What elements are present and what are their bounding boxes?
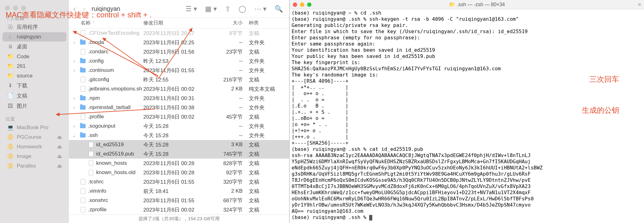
sidebar-item-下载[interactable]: ⬇下载 bbox=[2, 81, 66, 91]
file-name: .CFUserTextEncoding bbox=[88, 30, 139, 36]
file-name: known_hosts bbox=[96, 160, 127, 166]
file-kind: 文稿 bbox=[249, 188, 289, 195]
search-button[interactable]: 🔍 bbox=[273, 5, 285, 13]
minimize-icon[interactable] bbox=[300, 2, 304, 7]
file-date: 昨天 12:53 bbox=[143, 58, 215, 65]
folder-icon bbox=[80, 105, 86, 110]
disclosure-icon[interactable]: › bbox=[69, 59, 79, 63]
status-bar: 选择了2项（共35项），154.23 GB可用 bbox=[69, 214, 289, 223]
col-kind[interactable]: 种类 bbox=[249, 20, 289, 26]
file-date: 2023年11月6日 01:55 bbox=[143, 67, 215, 74]
eject-icon[interactable]: ⏏ bbox=[57, 163, 62, 169]
file-name: .zprofile bbox=[88, 207, 107, 213]
sidebar-loc-Homework[interactable]: 📀Homework⏏ bbox=[2, 142, 66, 151]
file-name: .config bbox=[88, 58, 104, 64]
terminal-window: 📁.ssh — -zsh — 80×34 ≡ (base) ruiqingyan… bbox=[289, 0, 644, 223]
group-button[interactable]: ▦ ▾ bbox=[203, 5, 219, 13]
file-row[interactable]: id_ed25519.pub 今天 15:28 745字节 文稿 bbox=[69, 149, 289, 159]
folder-icon bbox=[80, 133, 86, 138]
eject-icon[interactable]: ⏏ bbox=[57, 134, 62, 140]
desktop-icon: 🖥 bbox=[7, 44, 14, 50]
terminal-titlebar[interactable]: 📁.ssh — -zsh — 80×34 ≡ bbox=[290, 0, 644, 9]
sidebar-item-桌面[interactable]: 🖥桌面 bbox=[2, 42, 66, 52]
file-row[interactable]: › .conda 2023年11月6日 02:25 -- 文件夹 bbox=[69, 38, 289, 47]
file-kind: 文稿 bbox=[249, 113, 289, 120]
file-row[interactable]: › .npminstall_tarball 2023年11月6日 00:38 -… bbox=[69, 103, 289, 112]
file-icon bbox=[89, 151, 93, 157]
disclosure-icon[interactable]: › bbox=[69, 124, 79, 129]
file-row[interactable]: › .sogouinput 今天 15:28 -- 文件夹 bbox=[69, 121, 289, 131]
file-name: .npminstall_tarball bbox=[88, 104, 131, 111]
file-size: 2 KB bbox=[215, 86, 249, 92]
file-size: 687字节 bbox=[215, 197, 249, 204]
col-size[interactable]: 大小 bbox=[215, 20, 249, 26]
sidebar-item-应用程序[interactable]: Ⓐ应用程序 bbox=[2, 22, 66, 32]
file-row[interactable]: known_hosts.old 2023年11月6日 00:28 92字节 文稿 bbox=[69, 168, 289, 177]
file-row[interactable]: ⌄ .ssh 今天 15:28 -- 文件夹 bbox=[69, 131, 289, 140]
sidebar-item-261[interactable]: 📁261 bbox=[2, 61, 66, 71]
folder-icon: 📁 bbox=[7, 53, 14, 60]
file-row[interactable]: .tcshrc 2023年11月6日 01:55 320字节 文稿 bbox=[69, 177, 289, 186]
disclosure-icon[interactable]: › bbox=[69, 40, 79, 45]
sidebar-item-source[interactable]: 📁source bbox=[2, 71, 66, 81]
file-row[interactable]: known_hosts 2023年11月6日 00:28 828字节 文稿 bbox=[69, 159, 289, 168]
file-row[interactable]: .zprofile 2023年11月6日 00:02 324字节 文稿 bbox=[69, 205, 289, 214]
sidebar-item-label: 261 bbox=[17, 63, 25, 69]
folder-icon bbox=[80, 124, 86, 128]
file-size: 320字节 bbox=[215, 178, 249, 186]
file-size: 216字节 bbox=[215, 76, 249, 83]
eject-icon[interactable]: ⏏ bbox=[57, 153, 62, 160]
file-size: -- bbox=[215, 132, 249, 138]
disclosure-icon[interactable]: ⌄ bbox=[69, 133, 79, 138]
eject-icon[interactable]: ⏏ bbox=[57, 143, 62, 150]
file-row[interactable]: › .config 昨天 12:53 -- 文件夹 bbox=[69, 56, 289, 66]
file-row[interactable]: .CFUserTextEncoding 2023年11月5日 20:57 9字节… bbox=[69, 28, 289, 38]
file-row[interactable]: › .continuum 2023年11月6日 01:55 -- 文件夹 bbox=[69, 66, 289, 75]
close-icon[interactable] bbox=[293, 2, 297, 7]
file-row[interactable]: .profile 2023年11月6日 00:02 45字节 文稿 bbox=[69, 112, 289, 121]
folder-icon: 📁 bbox=[7, 72, 14, 79]
tag-button[interactable]: ◯ bbox=[237, 5, 248, 13]
download-icon: ⬇ bbox=[7, 82, 14, 89]
file-row[interactable]: .viminfo 前天 18:41 2 KB 文稿 bbox=[69, 186, 289, 196]
file-list[interactable]: .CFUserTextEncoding 2023年11月5日 20:57 9字节… bbox=[69, 28, 289, 214]
file-kind: 文件夹 bbox=[249, 123, 289, 130]
file-icon bbox=[81, 86, 85, 92]
col-date[interactable]: 修改日期 bbox=[143, 20, 215, 26]
share-button[interactable]: ⇪ bbox=[223, 5, 232, 13]
file-date: 今天 15:28 bbox=[143, 151, 215, 158]
zoom-icon[interactable] bbox=[307, 2, 311, 7]
terminal-body[interactable]: (base) ruiqingyan@ ~ % cd .ssh (base) ru… bbox=[290, 9, 644, 223]
file-icon bbox=[81, 188, 85, 194]
col-name[interactable]: 名称 bbox=[81, 20, 91, 26]
titlebar-menu-icon[interactable]: ≡ bbox=[638, 2, 641, 7]
sidebar-item-文稿[interactable]: 📄文稿 bbox=[2, 91, 66, 101]
folder-icon: 📁 bbox=[449, 2, 455, 7]
sidebar-loc-PGCourse[interactable]: 📀PGCourse⏏ bbox=[2, 132, 66, 142]
disclosure-icon[interactable]: › bbox=[69, 105, 79, 110]
sidebar-loc-Paralles[interactable]: 📀Paralles⏏ bbox=[2, 161, 66, 171]
sidebar-loc-MacBook Pro[interactable]: 💻MacBook Pro bbox=[2, 123, 66, 132]
file-row[interactable]: › .npm 2023年11月6日 00:31 -- 文件夹 bbox=[69, 94, 289, 103]
file-row[interactable]: .xonshrc 2023年11月6日 01:55 687字节 文稿 bbox=[69, 196, 289, 205]
sidebar-item-图片[interactable]: 🖼图片 bbox=[2, 101, 66, 111]
file-date: 2023年11月6日 00:02 bbox=[143, 206, 215, 213]
finder-window: 个人收藏 Ⓐ应用程序⌂ruiqingyan🖥桌面📁Code📁261📁source… bbox=[0, 0, 289, 223]
file-name: .conda bbox=[88, 39, 104, 46]
file-size: 9字节 bbox=[215, 30, 249, 37]
file-name: .xonshrc bbox=[88, 197, 108, 203]
file-row[interactable]: id_ed25519 今天 15:28 3 KB 文稿 bbox=[69, 140, 289, 149]
file-kind: 纯文本文稿 bbox=[249, 85, 289, 93]
file-icon bbox=[89, 170, 93, 175]
file-row[interactable]: .condarc 2023年11月6日 01:56 23字节 文稿 bbox=[69, 47, 289, 56]
sidebar-loc-Image[interactable]: 📀Image⏏ bbox=[2, 151, 66, 161]
disclosure-icon[interactable]: › bbox=[69, 68, 79, 73]
pic-icon: 🖼 bbox=[7, 103, 14, 109]
file-row[interactable]: .jetbrains.vmoptions.sh 2023年11月6日 00:02… bbox=[69, 84, 289, 94]
disclosure-icon[interactable]: › bbox=[69, 96, 79, 101]
view-mode-button[interactable]: ☰ ▾ bbox=[184, 5, 199, 13]
sidebar-item-Code[interactable]: 📁Code bbox=[2, 52, 66, 61]
action-button[interactable]: ⋯ ▾ bbox=[253, 5, 268, 13]
sidebar-item-ruiqingyan[interactable]: ⌂ruiqingyan bbox=[2, 32, 66, 42]
file-row[interactable]: .gitconfig 昨天 12:55 216字节 文稿 bbox=[69, 75, 289, 84]
